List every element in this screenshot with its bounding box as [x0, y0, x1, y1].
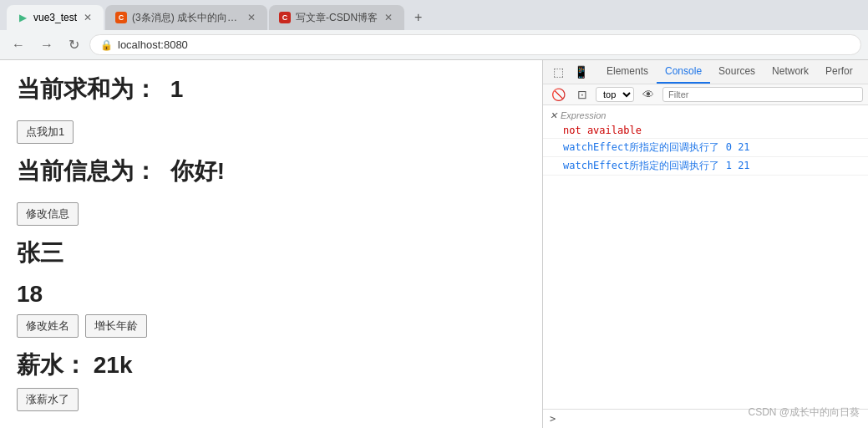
age-value: 18 [17, 281, 525, 308]
tab-vue3[interactable]: ▶ vue3_test ✕ [7, 5, 104, 30]
browser-chrome: ▶ vue3_test ✕ C (3条消息) 成长中的向日葵的博客 ✕ C 写文… [0, 0, 868, 60]
tab-close-csdn1[interactable]: ✕ [246, 10, 257, 25]
sum-heading: 当前求和为： 1 [17, 74, 525, 105]
console-line-2: watchEffect所指定的回调执行了 1 21 [543, 157, 868, 176]
tab-performance[interactable]: Perfor [817, 60, 861, 84]
modify-name-button[interactable]: 修改姓名 [17, 314, 79, 338]
salary-heading: 薪水： 21k [17, 349, 525, 381]
salary-label-text: 薪水： [17, 352, 87, 378]
tab-close-csdn2[interactable]: ✕ [383, 10, 394, 25]
console-input-row: > [543, 409, 868, 428]
info-heading: 当前信息为： 你好! [17, 155, 525, 187]
console-settings-icon[interactable]: ⊡ [574, 86, 591, 103]
expression-header: ✕Expression [543, 109, 868, 123]
page-wrapper: 当前求和为： 1 点我加1 当前信息为： 你好! 修改信息 张三 18 修改姓名 [0, 60, 868, 428]
console-prompt: > [550, 413, 556, 425]
name-value: 张三 [17, 237, 525, 269]
back-button[interactable]: ← [7, 34, 30, 56]
salary-button[interactable]: 涨薪水了 [17, 388, 79, 411]
new-tab-button[interactable]: + [406, 5, 430, 30]
info-value: 你好! [170, 158, 225, 184]
info-section: 当前信息为： 你好! 修改信息 [17, 155, 525, 226]
tab-label-csdn2: 写文章-CSDN博客 [296, 11, 378, 25]
eye-icon[interactable]: 👁 [639, 86, 657, 103]
tab-favicon-csdn2: C [279, 12, 291, 23]
context-select[interactable]: top [596, 87, 634, 102]
tab-csdn1[interactable]: C (3条消息) 成长中的向日葵的博客 ✕ [105, 5, 267, 30]
lock-icon: 🔒 [100, 39, 113, 51]
console-content: ✕Expression not available watchEffect所指定… [543, 105, 868, 409]
nav-bar: ← → ↻ 🔒 localhost:8080 [0, 30, 868, 59]
tab-label-vue3: vue3_test [33, 12, 77, 23]
console-input[interactable] [559, 413, 861, 425]
main-area: 当前求和为： 1 点我加1 当前信息为： 你好! 修改信息 张三 18 修改姓名 [0, 60, 868, 428]
salary-value: 21k [94, 352, 133, 378]
increase-age-button[interactable]: 增长年龄 [85, 314, 147, 338]
add-button[interactable]: 点我加1 [17, 120, 74, 144]
sum-label: 当前求和为： [17, 76, 157, 102]
tab-bar: ▶ vue3_test ✕ C (3条消息) 成长中的向日葵的博客 ✕ C 写文… [0, 0, 868, 30]
filter-input[interactable] [662, 87, 863, 102]
address-bar[interactable]: 🔒 localhost:8080 [89, 34, 861, 55]
address-text: localhost:8080 [118, 38, 188, 51]
reload-button[interactable]: ↻ [63, 33, 84, 56]
tab-network[interactable]: Network [764, 60, 817, 84]
console-not-available: not available [543, 123, 868, 139]
tab-csdn2[interactable]: C 写文章-CSDN博客 ✕ [269, 5, 404, 30]
devtools-icons: ⬚ 📱 [546, 60, 595, 84]
tab-favicon-vue: ▶ [17, 12, 28, 23]
tab-elements[interactable]: Elements [598, 60, 657, 84]
info-label: 当前信息为： [17, 158, 157, 184]
devtools-toolbar: 🚫 ⊡ top 👁 [543, 84, 868, 105]
sum-value: 1 [170, 76, 184, 102]
device-icon[interactable]: 📱 [571, 64, 591, 80]
inspect-icon[interactable]: ⬚ [550, 64, 567, 80]
tab-favicon-csdn1: C [115, 12, 127, 23]
salary-section: 薪水： 21k 涨薪水了 [17, 349, 525, 411]
tab-label-csdn1: (3条消息) 成长中的向日葵的博客 [132, 11, 241, 25]
forward-button[interactable]: → [35, 34, 58, 56]
name-section: 张三 [17, 237, 525, 269]
clear-console-icon[interactable]: 🚫 [548, 86, 569, 103]
modify-info-button[interactable]: 修改信息 [17, 202, 79, 226]
console-line-1: watchEffect所指定的回调执行了 0 21 [543, 139, 868, 157]
tab-console[interactable]: Console [657, 60, 710, 84]
tab-sources[interactable]: Sources [710, 60, 764, 84]
devtools-tab-bar: ⬚ 📱 Elements Console Sources Network Per… [543, 60, 868, 84]
age-section: 18 修改姓名 增长年龄 [17, 281, 525, 338]
devtools-panel: ⬚ 📱 Elements Console Sources Network Per… [542, 60, 868, 428]
page-content: 当前求和为： 1 点我加1 当前信息为： 你好! 修改信息 张三 18 修改姓名 [0, 60, 542, 428]
tab-close-vue3[interactable]: ✕ [82, 10, 94, 25]
sum-section: 当前求和为： 1 点我加1 [17, 74, 525, 144]
